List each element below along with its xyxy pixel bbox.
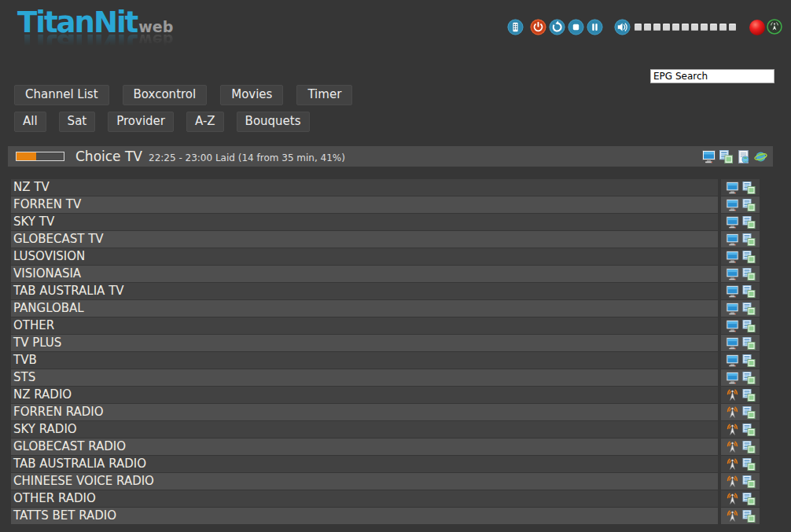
channel-name[interactable]: SKY TV [11, 214, 718, 230]
epg-windows-icon[interactable] [742, 389, 756, 402]
channel-name[interactable]: CHINEESE VOICE RADIO [11, 473, 718, 490]
radio-antenna-icon[interactable] [726, 475, 739, 488]
channel-row: TVB [11, 352, 760, 369]
filter-all-button[interactable]: All [14, 112, 46, 132]
power-off-icon[interactable] [530, 19, 546, 35]
channel-row-actions [721, 266, 760, 282]
channel-name[interactable]: VISIONASIA [11, 266, 718, 282]
volume-segment[interactable] [719, 24, 727, 31]
nav-timer-button[interactable]: Timer [296, 85, 352, 105]
epg-windows-icon[interactable] [742, 320, 756, 332]
channel-row: SKY RADIO [11, 421, 760, 438]
reboot-icon[interactable] [549, 19, 565, 35]
filter-az-button[interactable]: A-Z [186, 112, 224, 132]
volume-segment[interactable] [644, 24, 651, 31]
tv-screen-icon[interactable] [726, 251, 739, 263]
epg-windows-icon[interactable] [742, 268, 756, 281]
epg-windows-icon[interactable] [742, 354, 756, 367]
volume-segment[interactable] [672, 24, 679, 31]
tv-screen-icon[interactable] [726, 354, 739, 367]
epg-windows-icon[interactable] [742, 233, 756, 246]
tv-screen-icon[interactable] [726, 303, 739, 315]
tv-screen-icon[interactable] [726, 268, 739, 281]
tv-screen-icon[interactable] [726, 182, 739, 194]
epg-windows-icon[interactable] [742, 475, 756, 488]
radio-antenna-icon[interactable] [726, 458, 739, 471]
epg-windows-icon[interactable] [742, 441, 756, 453]
tv-screen-icon[interactable] [726, 233, 739, 246]
channel-row: NZ TV [11, 179, 760, 196]
tv-screen-icon[interactable] [726, 285, 739, 298]
volume-segment[interactable] [682, 24, 689, 31]
channel-name[interactable]: FORREN RADIO [11, 404, 718, 420]
tv-screen-icon[interactable] [726, 320, 739, 332]
channel-name[interactable]: LUSOVISION [11, 248, 718, 265]
channel-name[interactable]: TVB [11, 352, 718, 369]
epg-windows-icon[interactable] [742, 424, 756, 436]
channel-name[interactable]: PANGLOBAL [11, 300, 718, 317]
tv-screen-icon[interactable] [726, 216, 739, 229]
volume-segment[interactable] [729, 24, 736, 31]
filter-bouquets-button[interactable]: Bouquets [237, 112, 310, 132]
radio-antenna-icon[interactable] [726, 389, 739, 402]
volume-level-bar[interactable] [635, 24, 736, 31]
nav-channel-list-button[interactable]: Channel List [14, 85, 109, 105]
channel-name[interactable]: OTHER [11, 317, 718, 334]
radio-antenna-icon[interactable] [726, 510, 739, 523]
volume-speaker-icon[interactable] [614, 19, 631, 35]
epg-windows-icon[interactable] [742, 458, 756, 471]
channel-name[interactable]: TV PLUS [11, 335, 718, 351]
volume-segment[interactable] [710, 24, 717, 31]
epg-windows-icon[interactable] [719, 150, 733, 163]
epg-windows-icon[interactable] [742, 303, 756, 315]
filter-provider-button[interactable]: Provider [108, 112, 174, 132]
channel-name[interactable]: OTHER RADIO [11, 490, 718, 507]
tv-screen-icon[interactable] [726, 199, 739, 211]
channel-name[interactable]: GLOBECAST RADIO [11, 438, 718, 455]
stream-playlist-icon[interactable] [737, 150, 750, 163]
volume-segment[interactable] [691, 24, 698, 31]
epg-windows-icon[interactable] [742, 285, 756, 298]
tv-screen-icon[interactable] [726, 337, 739, 350]
channel-name[interactable]: TATTS BET RADIO [11, 508, 718, 524]
channel-row: CHINEESE VOICE RADIO [11, 473, 760, 490]
radio-antenna-icon[interactable] [726, 424, 739, 436]
volume-segment[interactable] [663, 24, 670, 31]
nav-movies-button[interactable]: Movies [220, 85, 283, 105]
epg-windows-icon[interactable] [742, 337, 756, 350]
radio-antenna-icon[interactable] [726, 406, 739, 419]
signal-antenna-icon [767, 19, 783, 35]
epg-windows-icon[interactable] [742, 406, 756, 419]
volume-segment[interactable] [635, 24, 642, 31]
radio-antenna-icon[interactable] [726, 493, 739, 505]
channel-name[interactable]: TAB AUSTRALIA RADIO [11, 456, 718, 472]
epg-windows-icon[interactable] [742, 372, 756, 384]
channel-name[interactable]: FORREN TV [11, 196, 718, 213]
volume-segment[interactable] [653, 24, 660, 31]
channel-name[interactable]: SKY RADIO [11, 421, 718, 438]
epg-windows-icon[interactable] [742, 199, 756, 211]
pause-icon[interactable] [587, 19, 603, 35]
channel-row-actions [721, 438, 760, 455]
channel-name[interactable]: TAB AUSTRALIA TV [11, 283, 718, 299]
epg-windows-icon[interactable] [742, 251, 756, 263]
epg-windows-icon[interactable] [742, 493, 756, 505]
channel-name[interactable]: NZ RADIO [11, 387, 718, 403]
radio-antenna-icon[interactable] [726, 441, 739, 453]
channel-row-actions [721, 369, 760, 386]
epg-windows-icon[interactable] [742, 216, 756, 229]
channel-name[interactable]: GLOBECAST TV [11, 231, 718, 248]
epg-search-input[interactable] [650, 69, 774, 83]
epg-windows-icon[interactable] [742, 182, 756, 194]
web-globe-icon[interactable] [754, 150, 767, 163]
remote-keypad-icon[interactable] [507, 19, 524, 35]
channel-name[interactable]: NZ TV [11, 179, 718, 196]
volume-segment[interactable] [701, 24, 708, 31]
stop-icon[interactable] [568, 19, 584, 35]
filter-sat-button[interactable]: Sat [59, 112, 96, 132]
tv-screen-icon[interactable] [702, 150, 716, 163]
channel-name[interactable]: STS [11, 369, 718, 386]
nav-boxcontrol-button[interactable]: Boxcontrol [123, 85, 208, 105]
tv-screen-icon[interactable] [726, 372, 739, 384]
epg-windows-icon[interactable] [742, 510, 756, 523]
